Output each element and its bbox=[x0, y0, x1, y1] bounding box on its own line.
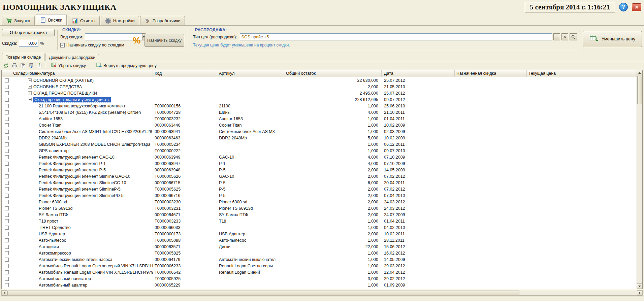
table-row[interactable]: Pioner 6300 sdT0000003230Pioner 6300 sd2… bbox=[2, 199, 637, 205]
row-checkbox[interactable] bbox=[5, 123, 9, 127]
tab-razrabotchiki[interactable]: Разработчики bbox=[140, 16, 185, 25]
table-row[interactable]: Автодиски00000063571Диски22,00015.06.201… bbox=[2, 243, 637, 250]
tab-otchety[interactable]: Отчеты bbox=[68, 16, 100, 25]
row-checkbox[interactable] bbox=[5, 85, 9, 89]
column-header-discount[interactable]: Назначенная скидка bbox=[455, 70, 527, 77]
filter-settings-button[interactable]: Отбор и настройка bbox=[2, 29, 55, 36]
row-checkbox[interactable] bbox=[5, 136, 9, 140]
scroll-down-icon[interactable] bbox=[637, 283, 642, 289]
row-checkbox[interactable] bbox=[5, 206, 9, 210]
tab-visyaki[interactable]: Висяки bbox=[36, 14, 67, 25]
remove-discount-button[interactable]: Убрать скидку bbox=[49, 62, 88, 69]
row-checkbox[interactable] bbox=[5, 91, 9, 95]
tab-sale-documents[interactable]: Документы распродажи bbox=[45, 54, 99, 61]
row-checkbox[interactable] bbox=[5, 277, 9, 281]
column-header-total[interactable]: Общий остаток bbox=[284, 70, 382, 77]
row-checkbox[interactable] bbox=[5, 258, 9, 262]
assign-discount-button[interactable]: Назначить скидку bbox=[144, 34, 184, 47]
scroll-right-icon[interactable] bbox=[637, 290, 642, 296]
row-checkbox[interactable] bbox=[5, 283, 9, 287]
tab-goods-in-stock[interactable]: Товары на складе bbox=[2, 53, 44, 61]
table-row[interactable]: Pentek Фильтрующий элемент SlimlineP-5T0… bbox=[2, 186, 637, 192]
row-checkbox[interactable] bbox=[5, 117, 9, 121]
return-previous-price-button[interactable]: Вернуть предыдущую цену bbox=[94, 62, 159, 69]
table-row[interactable]: 21 100 Решетка воздухозаборника комплект… bbox=[2, 103, 637, 109]
row-checkbox[interactable] bbox=[5, 264, 9, 268]
help-icon[interactable]: ? bbox=[619, 3, 628, 11]
row-checkbox[interactable] bbox=[5, 78, 9, 82]
row-checkbox[interactable] bbox=[5, 104, 9, 108]
vertical-scrollbar[interactable] bbox=[637, 70, 642, 289]
ellipsis-button[interactable]: ... bbox=[553, 33, 560, 40]
column-header-nomenclature[interactable]: Склад\Номенклатура bbox=[2, 70, 153, 77]
tab-zakupka[interactable]: Закупка bbox=[2, 16, 35, 25]
table-row[interactable]: Pentek Фильтрующий элемент Slimline GAC-… bbox=[2, 173, 637, 179]
table-row[interactable]: +ОСНОВНЫЕ СРЕДСТВА2,00021.05.2010 bbox=[2, 83, 637, 90]
row-checkbox[interactable] bbox=[5, 181, 9, 185]
table-row[interactable]: Автоматический выключатель насоса0000006… bbox=[2, 256, 637, 263]
row-checkbox[interactable] bbox=[5, 155, 9, 159]
discount-input[interactable] bbox=[19, 40, 38, 47]
clear-icon[interactable]: ✕ bbox=[561, 33, 568, 40]
scroll-left-icon[interactable] bbox=[2, 290, 7, 296]
row-checkbox[interactable] bbox=[5, 110, 9, 114]
table-row[interactable]: Автомобиль Renault Logan Светло-серый VI… bbox=[2, 263, 637, 269]
copy-icon[interactable] bbox=[20, 62, 26, 69]
horizontal-scrollbar[interactable] bbox=[1, 290, 643, 296]
column-header-code[interactable]: Код bbox=[153, 70, 217, 77]
table-row[interactable]: Pentek Фильтрующий элемент P-10000006394… bbox=[2, 160, 637, 167]
row-checkbox[interactable] bbox=[5, 130, 9, 134]
table-row[interactable]: Pioner TS 66913dT0000003231Pioner TS 669… bbox=[2, 205, 637, 211]
table-row[interactable]: T18 простT0000003233T181,00001.04.2011 bbox=[2, 218, 637, 224]
row-checkbox[interactable] bbox=[5, 98, 9, 102]
table-row[interactable]: Auditor 1653T0000003232Auditor 16531,000… bbox=[2, 115, 637, 122]
table-row[interactable]: Cooler Titan00000063446Cooler Titan1,000… bbox=[2, 122, 637, 128]
vertical-scroll-thumb[interactable] bbox=[637, 76, 642, 104]
row-checkbox[interactable] bbox=[5, 174, 9, 178]
table-row[interactable]: Pentek Фильтрующий элемент SlimlineCC-10… bbox=[2, 179, 637, 186]
table-row[interactable]: Автомобильный навигаторT00000059253,0002… bbox=[2, 275, 637, 282]
row-checkbox[interactable] bbox=[5, 162, 9, 166]
row-checkbox[interactable] bbox=[5, 187, 9, 191]
row-checkbox[interactable] bbox=[5, 142, 9, 146]
row-checkbox[interactable] bbox=[5, 168, 9, 172]
row-checkbox[interactable] bbox=[5, 213, 9, 217]
close-button[interactable]: ✕ bbox=[632, 3, 641, 11]
column-header-date[interactable]: Дата bbox=[382, 70, 455, 77]
table-row[interactable]: Автомобильный адаптер000000652291,00001.… bbox=[2, 282, 637, 288]
scroll-up-icon[interactable] bbox=[637, 70, 642, 75]
table-row[interactable]: Системный блок Acer AS M3641 Intel C2D E… bbox=[2, 128, 637, 135]
table-row[interactable]: Pentek Фильтрующий элемент GAC-100000006… bbox=[2, 154, 637, 160]
table-row[interactable]: Pentek Фильтрующий элемент SlimlinePD-50… bbox=[2, 192, 637, 199]
print-icon[interactable] bbox=[11, 62, 18, 69]
row-checkbox[interactable] bbox=[5, 219, 9, 223]
row-checkbox[interactable] bbox=[5, 226, 9, 230]
table-row[interactable]: АвтокомпрессорT00000058251,00016.02.2012 bbox=[2, 250, 637, 256]
load-list-icon[interactable] bbox=[36, 62, 43, 69]
row-checkbox[interactable] bbox=[5, 238, 9, 242]
table-row[interactable]: DDR2 2048Mb00000063463DDR2 2048Mb5,00010… bbox=[2, 135, 637, 141]
table-row[interactable]: SY Лампа ПТФ00000064671SY Лампа ПТФ2,000… bbox=[2, 211, 637, 218]
price-type-input[interactable] bbox=[240, 33, 552, 40]
row-checkbox[interactable] bbox=[5, 232, 9, 236]
magnifier-icon[interactable] bbox=[570, 33, 577, 40]
save-list-icon[interactable] bbox=[28, 62, 35, 69]
discount-kind-select[interactable] bbox=[85, 33, 123, 40]
table-row[interactable]: TIRET Средство000000660331,00004.02.2010 bbox=[2, 224, 637, 231]
row-checkbox[interactable] bbox=[5, 149, 9, 153]
expand-icon[interactable]: + bbox=[28, 78, 32, 82]
row-checkbox[interactable] bbox=[5, 270, 9, 274]
checkbox-icon[interactable] bbox=[60, 43, 65, 47]
table-row[interactable]: −Склад прочие товары и услуги действ.228… bbox=[2, 96, 637, 103]
table-row[interactable]: Автомобиль Renault Logan Синий VIN X7LLS… bbox=[2, 269, 637, 275]
horizontal-scroll-thumb[interactable] bbox=[7, 291, 519, 295]
column-header-current-price[interactable]: Текущая цена bbox=[527, 70, 637, 77]
expand-icon[interactable]: + bbox=[28, 85, 32, 89]
table-row[interactable]: GPS-навигаторT00000002221,00009.07.2010 bbox=[2, 147, 637, 154]
table-row[interactable]: 5,5*14,4*108 ET24 (6215) KFZ диск (Sesam… bbox=[2, 109, 637, 115]
tab-nastroyki[interactable]: Настройки bbox=[101, 16, 139, 25]
reduce-price-button[interactable]: Уменьшить цену bbox=[583, 31, 642, 47]
table-row[interactable]: USB АдаптерT0000000173USB Адаптер2,00010… bbox=[2, 231, 637, 237]
table-row[interactable]: Pentek Фильтрующий элемент P-50000006394… bbox=[2, 167, 637, 173]
table-row[interactable]: +СКЛАД ПРОЧИЕ ПОСТАВЩИКИ2 495,00025.07.2… bbox=[2, 90, 637, 96]
